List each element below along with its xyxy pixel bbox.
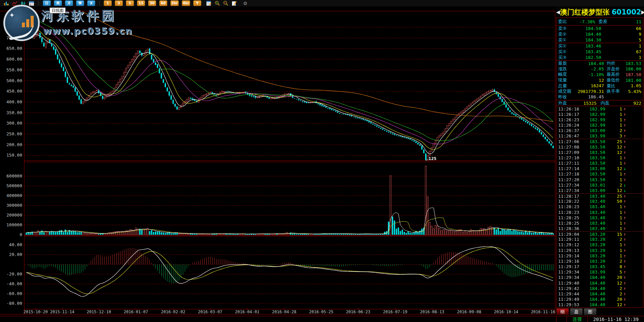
svg-text:2016-01-07: 2016-01-07 bbox=[124, 310, 148, 314]
status-datetime: 2016-11-16 12:39 bbox=[587, 316, 644, 322]
up-arrow-icon: ↑ bbox=[622, 237, 628, 242]
tick-row: 11:27:11183.501↑ bbox=[556, 161, 643, 166]
notepad-icon[interactable] bbox=[206, 1, 212, 6]
tick-time: 11:29:17 bbox=[558, 264, 579, 269]
weibi-label: 委比 bbox=[558, 19, 573, 25]
period-button-15[interactable]: 15 bbox=[137, 0, 145, 6]
tick-row: 11:29:42184.402↑ bbox=[556, 286, 643, 291]
tick-row: 11:27:06183.5025↑ bbox=[556, 139, 643, 144]
up-arrow-icon: ↑ bbox=[622, 248, 628, 253]
stat-value: 12 bbox=[575, 78, 604, 83]
gear-icon[interactable]: ⚙ bbox=[242, 1, 248, 6]
candlestick-icon[interactable] bbox=[20, 1, 26, 6]
period-button-5[interactable]: 5 bbox=[126, 0, 134, 6]
tick-price: 183.40 bbox=[579, 221, 605, 226]
period-button-2hr[interactable]: 2hr bbox=[170, 0, 179, 6]
tick-time: 11:29:42 bbox=[558, 286, 579, 291]
tick-price: 183.50 bbox=[579, 177, 605, 182]
svg-text:300000: 300000 bbox=[6, 203, 22, 208]
panel-tab-盘[interactable]: 盘 bbox=[570, 308, 583, 315]
up-arrow-icon: ↑ bbox=[622, 112, 628, 117]
up-arrow-icon: ↑ bbox=[622, 199, 628, 204]
stat-value: 184.40 bbox=[575, 61, 604, 66]
tick-volume: 2 bbox=[605, 183, 622, 188]
down-arrow-icon: ↓ bbox=[622, 188, 628, 193]
period-button-1[interactable]: 1 bbox=[104, 0, 112, 6]
svg-text:750.00: 750.00 bbox=[6, 25, 22, 30]
stock-name: 澳门红楼梦型张 bbox=[560, 7, 610, 17]
tick-volume: 20 bbox=[605, 275, 622, 280]
candles bbox=[26, 16, 554, 161]
period-button-季[interactable]: 季 bbox=[76, 0, 84, 6]
svg-text:2015-10-20: 2015-10-20 bbox=[24, 310, 48, 314]
panel-tab-图[interactable]: 图 bbox=[584, 308, 597, 315]
ask-label: 卖① bbox=[558, 37, 573, 43]
zoom-out-icon[interactable] bbox=[223, 1, 229, 6]
up-arrow-icon: ↑ bbox=[622, 286, 628, 291]
tick-price: 183.40 bbox=[579, 199, 605, 204]
tick-price: 183.50 bbox=[579, 144, 605, 150]
tick-time: 11:26:37 bbox=[558, 128, 579, 133]
next-stock-arrow-icon[interactable]: ▶ bbox=[641, 9, 644, 15]
tick-time: 11:27:10 bbox=[558, 155, 579, 160]
ask-row-1[interactable]: 卖①184.305 bbox=[556, 37, 643, 43]
bid-row-3[interactable]: 买③182.501 bbox=[556, 55, 643, 60]
bid-row-2[interactable]: 买②183.4567 bbox=[556, 49, 643, 55]
panel-tab-细[interactable]: 细 bbox=[556, 308, 569, 315]
tick-price: 184.40 bbox=[579, 281, 605, 286]
ask-row-2[interactable]: 卖②184.409 bbox=[556, 31, 643, 37]
bar-chart-icon[interactable] bbox=[3, 1, 9, 6]
kline-chart[interactable]: 750.00700.00650.00600.00550.00500.00450.… bbox=[0, 6, 555, 322]
edit-icon[interactable] bbox=[231, 1, 237, 6]
tick-time: 11:29:14 bbox=[558, 253, 579, 258]
svg-text:550.00: 550.00 bbox=[6, 67, 22, 72]
bid-row-1[interactable]: 买①183.461 bbox=[556, 43, 643, 49]
period-button-Y[interactable]: Y bbox=[193, 0, 201, 6]
tick-volume: 3 bbox=[605, 133, 622, 138]
tick-time: 11:28:22 bbox=[558, 199, 579, 204]
stat-value2: 5.43% bbox=[625, 89, 641, 94]
date-axis: 2015-10-202015-11-142015-12-102016-01-07… bbox=[24, 308, 555, 314]
up-arrow-icon: ↑ bbox=[622, 226, 628, 231]
period-button-日[interactable]: 日 bbox=[43, 0, 51, 6]
tick-volume: 1 bbox=[605, 112, 622, 117]
svg-text:400000: 400000 bbox=[6, 193, 22, 198]
tick-volume: 20 bbox=[605, 297, 622, 302]
up-arrow-icon: ↑ bbox=[622, 194, 628, 199]
period-button-3[interactable]: 3 bbox=[115, 0, 123, 6]
tick-volume: 1 bbox=[605, 177, 622, 182]
period-button-月[interactable]: 月 bbox=[65, 0, 73, 6]
zoom-in-icon[interactable] bbox=[214, 1, 220, 6]
connection-status[interactable]: 连接 bbox=[567, 316, 587, 322]
stat-row: 昨收186.45 bbox=[556, 94, 643, 100]
period-button-4hr[interactable]: 4hr bbox=[182, 0, 190, 6]
period-button-X[interactable]: X bbox=[87, 0, 95, 6]
tick-row: 11:27:14183.0012↓ bbox=[556, 166, 643, 171]
tick-price: 182.99 bbox=[579, 117, 605, 122]
chart-area[interactable]: 750.00700.00650.00600.00550.00500.00450.… bbox=[0, 6, 555, 322]
svg-text:40.00: 40.00 bbox=[9, 242, 22, 247]
period-button-30[interactable]: 30 bbox=[148, 0, 156, 6]
pane-label: 日线 bbox=[13, 8, 22, 14]
svg-text:150.00: 150.00 bbox=[6, 153, 22, 158]
tick-time: 11:29:44 bbox=[558, 291, 579, 296]
period-button-60[interactable]: 60 bbox=[159, 0, 167, 6]
calendar-icon[interactable] bbox=[29, 1, 34, 6]
stat-label: 涨跌 bbox=[558, 66, 575, 72]
ask-row-3[interactable]: 卖③184.5066 bbox=[556, 26, 643, 31]
bid-label: 买① bbox=[558, 43, 573, 49]
down-arrow-icon: ↓ bbox=[622, 183, 628, 188]
period-button-周[interactable]: 周 bbox=[54, 0, 62, 6]
ask-label: 卖② bbox=[558, 31, 573, 37]
svg-text:700.00: 700.00 bbox=[6, 35, 22, 40]
tick-time: 11:29:04 bbox=[558, 232, 579, 237]
up-arrow-icon: ↑ bbox=[622, 210, 628, 215]
svg-text:350.00: 350.00 bbox=[6, 110, 22, 115]
prev-stock-arrow-icon[interactable]: ◀ bbox=[556, 9, 560, 15]
svg-text:2016-07-19: 2016-07-19 bbox=[383, 310, 407, 314]
trend-line-icon[interactable] bbox=[12, 1, 18, 6]
svg-text:2016-04-28: 2016-04-28 bbox=[272, 310, 296, 314]
stock-code: 601002 bbox=[612, 8, 641, 16]
svg-text:-40.00: -40.00 bbox=[6, 281, 22, 286]
tick-list[interactable]: 11:26:16182.991↑11:26:17182.991↑11:26:23… bbox=[556, 106, 643, 308]
